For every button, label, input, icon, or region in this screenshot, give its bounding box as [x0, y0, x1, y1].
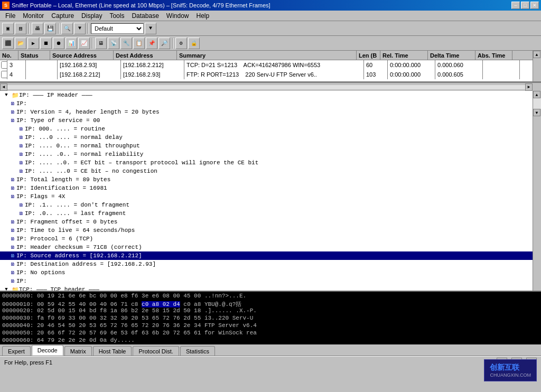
toolbar-print-btn[interactable]: 🖶: [32, 23, 43, 34]
decode-ip-checksum-text: IP: Header checksum = 71C8 (correct): [16, 244, 142, 250]
pkt-abs-3: [483, 60, 520, 70]
pkt-src-3: [192.168.2.93]: [58, 60, 121, 70]
hex-line-6: 00000060: 64 79 2e 2e 2e 0d 0a dy.....: [2, 337, 539, 344]
col-header-len: Len (B: [357, 51, 380, 60]
decode-ip-blank1-text: IP:: [16, 100, 27, 107]
close-button[interactable]: ✕: [530, 2, 539, 9]
decode-ip-dontfrag-text: IP: .1.. .... = don't fragment: [25, 202, 129, 208]
tb2-btn13[interactable]: 🔎: [158, 38, 170, 49]
tb2-btn7[interactable]: 📈: [78, 38, 90, 49]
decode-ip-flags-text: IP: Flags = 4X: [16, 193, 65, 200]
doc-icon-22: 🗎: [11, 278, 15, 284]
hex-ascii-2: .]...... .X.-P.: [204, 307, 257, 314]
tb2-btn3[interactable]: ▶: [27, 38, 39, 49]
menu-help[interactable]: Help: [193, 12, 213, 20]
hex-ascii-1: YBU@.@.q?括: [204, 301, 241, 307]
hex-line-0: 00000000: 00 19 21 6e 6e bc 00 00 e8 f6 …: [2, 293, 539, 300]
pkt-summary-3: TCP: D=21 S=1213 ACK=4162487986 WIN=6553: [184, 60, 364, 70]
decode-ip-dstaddr: 🗎 IP: Destination address = [192.168.2.9…: [0, 260, 541, 268]
pkt-delta-4: 0.000.605: [435, 70, 483, 79]
pkt-src-4: [192.168.2.212]: [58, 70, 121, 79]
display-filter-dropdown[interactable]: Default: [91, 23, 144, 34]
tb2-btn11[interactable]: 📋: [133, 38, 145, 49]
menu-monitor[interactable]: Monitor: [20, 12, 47, 20]
tab-expert[interactable]: Expert: [2, 346, 31, 356]
toolbar-search-btn[interactable]: 🔍: [61, 23, 73, 34]
tab-matrix[interactable]: Matrix: [64, 346, 92, 356]
doc-icon-12: 🗎: [11, 194, 15, 200]
tb2-btn8[interactable]: 🖥: [95, 38, 107, 49]
tab-host-table[interactable]: Host Table: [93, 346, 132, 356]
tb2-btn5[interactable]: ⏺: [53, 38, 64, 49]
doc-icon-16: 🗎: [11, 228, 15, 234]
doc-icon-9: 🗎: [19, 169, 24, 174]
menu-database[interactable]: Database: [128, 12, 162, 20]
hex-line-5: 00000050: 20 66 6f 72 20 57 69 6e 53 6f …: [2, 330, 539, 337]
toolbar-sep-1: [29, 23, 30, 34]
menu-capture[interactable]: Capture: [48, 12, 77, 20]
decode-ip-dstaddr-text: IP: Destination address = [192.168.2.93]: [16, 261, 156, 267]
pkt-checkbox-4[interactable]: [1, 71, 7, 78]
bottom-tabs: Expert Decode Matrix Host Table Protocol…: [0, 344, 541, 356]
minimize-button[interactable]: –: [511, 2, 520, 9]
hex-line-2: 00000020: 02 5d 00 15 04 bd f8 1a 86 b2 …: [2, 307, 539, 315]
ip-section-toggle[interactable]: ▼: [2, 91, 11, 99]
tb2-btn10[interactable]: 🔧: [120, 38, 132, 49]
decode-ip-blank1: 🗎 IP:: [0, 99, 541, 108]
menu-window[interactable]: Window: [163, 12, 192, 20]
packet-list-scrollbar[interactable]: ▲: [533, 51, 541, 81]
menu-display[interactable]: Display: [78, 12, 105, 20]
decode-ip-header-section: ▼ 📁 IP: ——— IP Header ———: [0, 91, 541, 99]
decode-scrollbar[interactable]: ▲ ▼: [533, 91, 541, 291]
toolbar-dropdown-arrow[interactable]: ▼: [145, 23, 156, 34]
decode-ip-ttl-text: IP: Time to live = 64 seconds/hops: [16, 227, 135, 234]
toolbar-open-btn[interactable]: ▤: [15, 23, 26, 34]
toolbar-new-btn[interactable]: ▣: [2, 23, 14, 34]
col-header-rel: Rel. Time: [380, 51, 428, 60]
decode-ip-reliability-text: IP: .... .0.. = normal reliability: [25, 151, 143, 157]
toolbar2-sep-2: [172, 38, 173, 49]
tb2-btn12[interactable]: 📌: [146, 38, 157, 49]
doc-icon-20: 🗎: [11, 262, 15, 267]
tcp-section-toggle[interactable]: ▼: [2, 285, 11, 292]
tcp-header-icon: 📁: [12, 286, 19, 292]
hex-offset-1: 00000010:: [2, 301, 37, 307]
packet-hscrollbar[interactable]: ◄ ►: [0, 82, 541, 91]
menu-tools[interactable]: Tools: [106, 12, 127, 20]
hscroll-right[interactable]: ►: [525, 83, 533, 91]
tab-protocol-dist[interactable]: Protocol Dist.: [133, 346, 179, 356]
doc-icon-8: 🗎: [19, 160, 24, 166]
tb2-btn6[interactable]: 📊: [66, 38, 77, 49]
hex-line-3: 00000030: fa f0 69 33 00 00 32 32 30 20 …: [2, 315, 539, 322]
tb2-btn4[interactable]: ⏹: [40, 38, 52, 49]
col-header-status: Status: [18, 51, 50, 60]
packet-row-3[interactable]: 3 [192.168.2.93] [192.168.2.212] TCP: D=…: [0, 60, 541, 70]
toolbar-sep-3: [88, 23, 89, 34]
tb2-btn9[interactable]: 📡: [108, 38, 119, 49]
decode-ip-ttl: 🗎 IP: Time to live = 64 seconds/hops: [0, 226, 541, 235]
decode-ip-routine: 🗎 IP: 000. .... = routine: [0, 125, 541, 133]
maximize-button[interactable]: □: [521, 2, 529, 9]
hex-line-1: 00000010: 00 59 42 55 40 00 40 06 71 c8 …: [2, 300, 539, 307]
tb2-btn1[interactable]: ⬛: [2, 38, 14, 49]
hex-bytes-1b: c0 a8: [180, 301, 204, 307]
pkt-dst-4: [192.168.2.93]: [121, 70, 184, 79]
app-icon: S: [2, 2, 10, 9]
tab-decode[interactable]: Decode: [32, 345, 63, 356]
tb2-btn14[interactable]: ⚙: [175, 38, 187, 49]
decode-ip-srcaddr[interactable]: 🗎 IP: Source address = [192.168.2.212]: [0, 251, 541, 260]
toolbar-filter-btn[interactable]: ▼: [74, 23, 86, 34]
packet-row-4[interactable]: 4 [192.168.2.212] [192.168.2.93] FTP: R …: [0, 70, 541, 79]
hscroll-left[interactable]: ◄: [0, 83, 7, 91]
ip-header-icon: 📁: [12, 92, 19, 99]
tb2-btn2[interactable]: 📂: [15, 38, 26, 49]
menu-file[interactable]: File: [2, 12, 18, 20]
tab-statistics[interactable]: Statistics: [180, 346, 215, 356]
toolbar-save-btn[interactable]: 💾: [44, 23, 56, 34]
tb2-btn15[interactable]: 🔒: [188, 38, 200, 49]
hex-offset-4: 00000040:: [2, 322, 37, 329]
pkt-checkbox-3[interactable]: [1, 61, 7, 69]
doc-icon-6: 🗎: [19, 143, 24, 149]
menu-bar: File Monitor Capture Display Tools Datab…: [0, 11, 541, 21]
packet-list-area: No. Status Source Address Dest Address S…: [0, 51, 541, 82]
